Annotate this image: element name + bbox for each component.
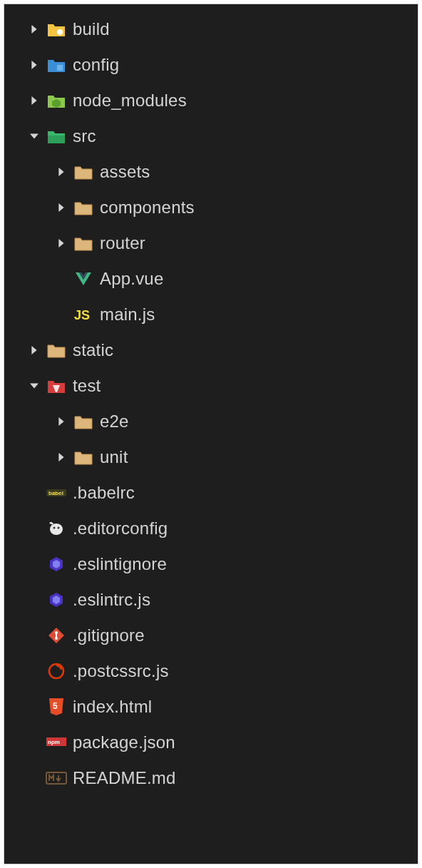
tree-item-label: static [73, 340, 113, 360]
tree-item-label: router [100, 233, 145, 253]
babel-icon: babel [46, 482, 67, 504]
tree-item-label: e2e [100, 412, 129, 432]
js-icon: JS [73, 304, 94, 325]
config-folder-icon [46, 54, 67, 76]
spacer [26, 663, 43, 680]
spacer [26, 556, 43, 573]
chevron-down-icon[interactable] [26, 377, 43, 394]
folder-icon [73, 233, 94, 254]
node-folder-icon [46, 90, 67, 111]
tree-item-label: main.js [100, 305, 155, 325]
tree-item-e2e[interactable]: e2e [4, 404, 418, 439]
chevron-down-icon[interactable] [26, 128, 43, 145]
chevron-right-icon[interactable] [26, 21, 43, 38]
tree-item--gitignore[interactable]: .gitignore [4, 618, 418, 653]
spacer [26, 484, 43, 501]
tree-item--editorconfig[interactable]: .editorconfig [4, 511, 418, 546]
tree-item--eslintrc-js[interactable]: .eslintrc.js [4, 582, 418, 618]
tree-item-package-json[interactable]: npmpackage.json [4, 725, 418, 760]
eslint-icon [46, 553, 67, 575]
chevron-right-icon[interactable] [53, 235, 70, 252]
tree-item-unit[interactable]: unit [4, 439, 418, 475]
spacer [26, 698, 43, 715]
chevron-right-icon[interactable] [53, 199, 70, 216]
tree-item-test[interactable]: test [4, 368, 418, 404]
chevron-right-icon[interactable] [26, 342, 43, 359]
tree-item-label: components [100, 198, 195, 218]
spacer [26, 627, 43, 644]
svg-rect-15 [56, 633, 57, 638]
tree-item-router[interactable]: router [4, 225, 418, 261]
folder-icon [73, 411, 94, 432]
tree-item-node-modules[interactable]: node_modules [4, 83, 418, 118]
npm-icon: npm [46, 732, 67, 753]
eslint-icon [46, 589, 67, 611]
chevron-right-icon[interactable] [53, 413, 70, 430]
tree-item-label: .editorconfig [73, 519, 168, 538]
spacer [53, 270, 70, 287]
spacer [26, 770, 43, 787]
tree-item-components[interactable]: components [4, 190, 418, 225]
git-icon [46, 625, 67, 646]
tree-item-label: App.vue [100, 269, 163, 289]
markdown-icon [46, 767, 67, 789]
vue-icon [73, 268, 94, 290]
tree-item-assets[interactable]: assets [4, 154, 418, 190]
folder-icon [73, 161, 94, 183]
svg-text:JS: JS [74, 308, 90, 322]
tree-item--eslintignore[interactable]: .eslintignore [4, 546, 418, 582]
html-icon: 5 [46, 696, 67, 718]
spacer [53, 306, 70, 323]
chevron-right-icon[interactable] [53, 449, 70, 466]
tree-item-label: unit [100, 447, 128, 467]
spacer [26, 520, 43, 537]
editorconfig-icon [46, 518, 67, 539]
tree-item-label: index.html [73, 697, 152, 717]
svg-text:babel: babel [48, 490, 63, 496]
build-folder-icon [46, 19, 67, 40]
svg-point-8 [58, 527, 60, 529]
tree-item-readme-md[interactable]: README.md [4, 760, 418, 796]
tree-item-label: .gitignore [73, 626, 145, 645]
chevron-right-icon[interactable] [26, 56, 43, 73]
tree-item--babelrc[interactable]: babel.babelrc [4, 475, 418, 511]
tree-item--postcssrc-js[interactable]: .postcssrc.js [4, 653, 418, 689]
spacer [26, 591, 43, 608]
tree-item-label: src [73, 126, 96, 146]
svg-rect-1 [57, 65, 63, 71]
tree-item-label: .babelrc [73, 483, 135, 503]
tree-item-build[interactable]: build [4, 11, 418, 47]
folder-icon [46, 339, 67, 361]
tree-item-app-vue[interactable]: App.vue [4, 261, 418, 297]
tree-item-index-html[interactable]: 5index.html [4, 689, 418, 725]
folder-icon [73, 446, 94, 468]
tree-item-label: README.md [73, 768, 176, 788]
tree-item-static[interactable]: static [4, 332, 418, 368]
tree-item-label: build [73, 19, 110, 39]
file-explorer-panel: buildconfignode_modulessrcassetscomponen… [4, 4, 418, 864]
test-folder-icon [46, 375, 67, 397]
folder-icon [73, 197, 94, 218]
tree-item-config[interactable]: config [4, 47, 418, 83]
chevron-right-icon[interactable] [53, 163, 70, 180]
tree-item-src[interactable]: src [4, 118, 418, 154]
tree-item-label: test [73, 376, 101, 396]
tree-item-label: config [73, 55, 119, 75]
svg-point-6 [50, 524, 63, 535]
tree-item-label: assets [100, 162, 150, 182]
svg-point-7 [53, 527, 56, 529]
postcss-icon [46, 660, 67, 682]
svg-text:5: 5 [53, 701, 58, 711]
tree-item-label: node_modules [73, 91, 187, 111]
tree-item-label: .eslintignore [73, 554, 167, 574]
chevron-right-icon[interactable] [26, 92, 43, 109]
svg-point-0 [57, 29, 63, 35]
tree-item-main-js[interactable]: JSmain.js [4, 297, 418, 332]
svg-text:npm: npm [48, 739, 60, 745]
tree-item-label: .postcssrc.js [73, 661, 169, 681]
tree-item-label: package.json [73, 732, 175, 752]
tree-item-label: .eslintrc.js [73, 590, 150, 610]
src-folder-icon [46, 126, 67, 147]
spacer [26, 734, 43, 751]
